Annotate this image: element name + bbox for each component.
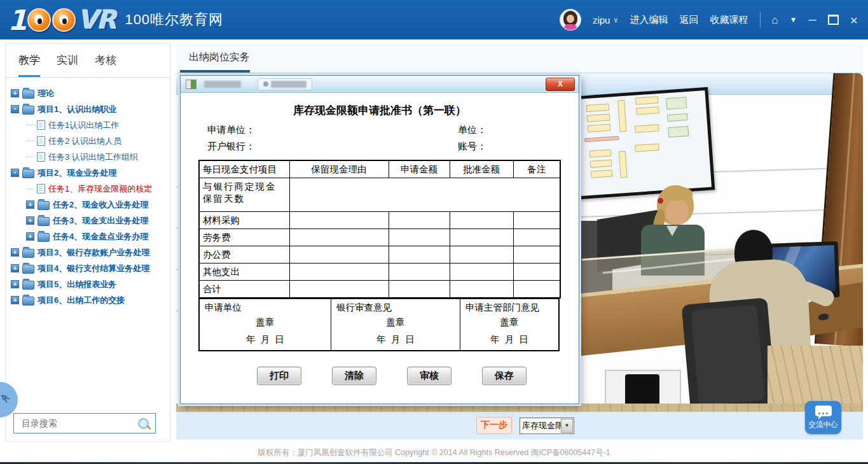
- favorite-course-button[interactable]: 收藏课程: [710, 14, 748, 26]
- input-cell[interactable]: [389, 281, 450, 299]
- expander-plus-icon[interactable]: [11, 296, 19, 304]
- cash-limit-table: 每日现金支付项目 保留现金理由 申请金额 批准金额 备注 与银行商定现金保留天数…: [198, 160, 561, 299]
- back-button[interactable]: 返回: [680, 14, 699, 26]
- expander-plus-icon[interactable]: [26, 200, 34, 209]
- tree-item-task[interactable]: 任务2 认识出纳人员: [26, 133, 167, 149]
- tree-item-folder[interactable]: 理论: [11, 85, 167, 101]
- print-button[interactable]: 打印: [257, 367, 301, 385]
- close-icon[interactable]: ×: [850, 13, 858, 27]
- tree-item-folder[interactable]: 项目3、银行存款账户业务处理: [11, 244, 167, 260]
- next-step-button[interactable]: 下一步: [476, 417, 512, 434]
- tab-cashier-practice[interactable]: 出纳岗位实务: [189, 51, 250, 64]
- maximize-icon[interactable]: [828, 15, 839, 25]
- expander-plus-icon[interactable]: [11, 280, 19, 288]
- input-cell[interactable]: [513, 281, 560, 299]
- flowchart-box: [591, 169, 613, 178]
- input-cell[interactable]: [389, 212, 450, 229]
- tree-item-folder[interactable]: 任务2、现金收入业务处理: [26, 197, 167, 213]
- site-logo[interactable]: 1 VR: [8, 4, 116, 36]
- input-cell[interactable]: [513, 229, 560, 246]
- folder-icon: [38, 217, 50, 226]
- communication-center-button[interactable]: 交流中心: [805, 401, 841, 434]
- avatar1-face: [666, 199, 689, 225]
- input-cell[interactable]: [450, 212, 513, 229]
- dialog-titlebar[interactable]: X: [181, 76, 579, 93]
- input-cell[interactable]: [289, 212, 389, 229]
- row-label: 合计: [199, 281, 289, 299]
- row-label: 材料采购: [199, 212, 289, 229]
- tree-item-folder[interactable]: 任务4、现金盘点业务办理: [26, 228, 167, 244]
- tree-item-folder[interactable]: 项目6、出纳工作的交接: [11, 292, 167, 308]
- search-icon[interactable]: [138, 418, 149, 429]
- flowchart-box: [619, 151, 628, 178]
- username-menu[interactable]: zipu ∨: [593, 15, 619, 25]
- input-cell[interactable]: [450, 264, 513, 281]
- expander-minus-icon[interactable]: [11, 169, 19, 177]
- input-cell[interactable]: [389, 246, 450, 264]
- input-cell[interactable]: [389, 229, 450, 246]
- communication-center-label: 交流中心: [805, 420, 841, 430]
- flowchart-box: [590, 160, 612, 168]
- input-cell[interactable]: [289, 229, 389, 246]
- tree-item-folder[interactable]: 任务3、现金支出业务处理: [26, 213, 167, 228]
- input-cell[interactable]: [289, 281, 389, 299]
- input-cell[interactable]: [450, 229, 513, 246]
- dialog-close-button[interactable]: X: [546, 78, 575, 91]
- tree-item-folder[interactable]: 项目2、现金业务处理: [11, 165, 167, 181]
- expander-plus-icon[interactable]: [26, 216, 34, 225]
- tree-item-label: 项目1、认识出纳职业: [38, 104, 116, 115]
- tree-item-label: 任务4、现金盘点业务办理: [53, 231, 148, 243]
- tree-item-task[interactable]: 任务1认识出纳工作: [26, 117, 167, 133]
- account-label: 账号：: [458, 141, 486, 153]
- tree-item-task[interactable]: 任务3 认识出纳工作组织: [26, 149, 167, 165]
- input-cell[interactable]: [513, 246, 560, 264]
- enter-edit-button[interactable]: 进入编辑: [630, 14, 668, 26]
- expander-plus-icon[interactable]: [11, 248, 19, 257]
- audit-button[interactable]: 审核: [407, 367, 451, 385]
- course-select[interactable]: 库存现金限 ▼: [520, 418, 574, 434]
- flowchart-box: [617, 100, 626, 132]
- tree-item-folder[interactable]: 项目1、认识出纳职业: [11, 101, 167, 117]
- input-cell[interactable]: [450, 246, 513, 264]
- tree-item-label: 项目6、出纳工作的交接: [38, 295, 125, 306]
- tree-item-task-selected[interactable]: 任务1、库存现金限额的核定: [26, 181, 167, 197]
- expander-plus-icon[interactable]: [26, 232, 34, 241]
- tree-item-label: 任务1认识出纳工作: [48, 120, 119, 131]
- user-avatar[interactable]: [560, 9, 581, 31]
- input-cell[interactable]: [450, 281, 513, 299]
- input-cell[interactable]: [389, 264, 450, 281]
- flowchart-box: [635, 124, 659, 133]
- tree-item-folder[interactable]: 项目4、银行支付结算业务处理: [11, 260, 167, 276]
- triangle-down-icon[interactable]: ▼: [790, 16, 797, 24]
- minimize-icon[interactable]: ─: [809, 15, 816, 25]
- home-icon[interactable]: ⌂: [772, 15, 778, 25]
- input-cell[interactable]: [513, 212, 560, 229]
- tree-item-label: 理论: [38, 88, 54, 99]
- search-input[interactable]: [20, 418, 138, 429]
- form-info-row: 开户银行： 账号：: [198, 141, 561, 157]
- expander-minus-icon[interactable]: [11, 105, 19, 113]
- input-cell[interactable]: [289, 264, 389, 281]
- tree-item-folder[interactable]: 项目5、出纳报表业务: [11, 276, 167, 292]
- wood-floor-strip: [176, 404, 863, 412]
- folder-icon: [22, 90, 34, 99]
- clear-button[interactable]: 清除: [332, 367, 376, 385]
- tab-assessment[interactable]: 考核: [95, 53, 116, 77]
- row-label: 办公费: [199, 246, 289, 264]
- page: 1 VR 100唯尔教育网 zipu ∨ 进入编辑 返回 收藏课程 ⌂ ▼ ─: [0, 0, 868, 464]
- expander-plus-icon[interactable]: [11, 89, 19, 97]
- input-cell[interactable]: [513, 264, 560, 281]
- input-cell[interactable]: [289, 178, 560, 212]
- tree-item-label: 任务3 认识出纳工作组织: [48, 151, 138, 163]
- tab-teaching[interactable]: 教学: [18, 53, 40, 77]
- save-button[interactable]: 保存: [482, 367, 527, 385]
- expander-plus-icon[interactable]: [11, 264, 19, 272]
- flowchart-box: [589, 150, 612, 158]
- signature-title: 申请主管部门意见: [465, 302, 553, 314]
- tree-connector: [26, 157, 34, 157]
- tab-training[interactable]: 实训: [57, 53, 78, 77]
- select-arrow-icon[interactable]: ▼: [561, 419, 573, 433]
- dialog-body: 库存现金限额申请批准书（第一联） 申请单位： 单位： 开户银行： 账号： 每日现…: [181, 103, 579, 385]
- input-cell[interactable]: [289, 246, 389, 264]
- chevron-down-icon: ∨: [613, 16, 618, 24]
